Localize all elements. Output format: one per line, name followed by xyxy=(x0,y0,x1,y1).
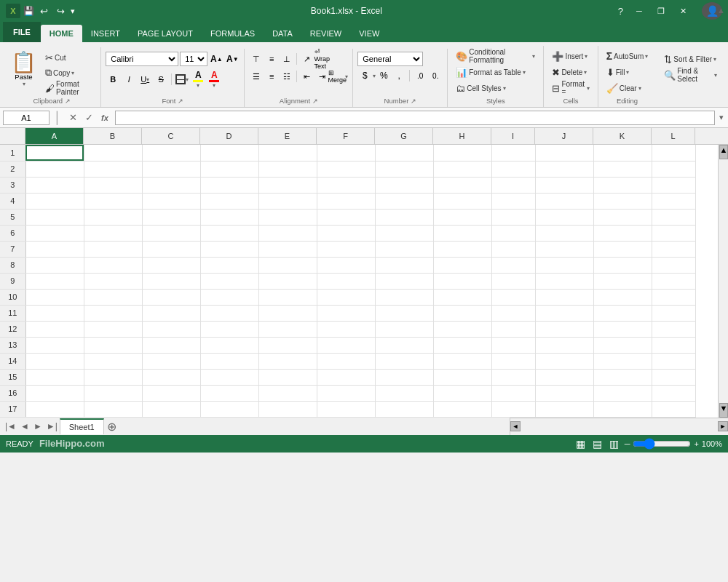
cell-L12[interactable] xyxy=(652,321,695,337)
row-num-11[interactable]: 11 xyxy=(0,305,25,321)
normal-view-button[interactable]: ▦ xyxy=(574,438,587,450)
tab-file[interactable]: FILE xyxy=(3,22,41,42)
cell-C1[interactable] xyxy=(142,145,200,161)
cell-C14[interactable] xyxy=(142,353,200,369)
cell-E9[interactable] xyxy=(258,273,317,289)
cell-styles-button[interactable]: 🗂 Cell Styles ▾ xyxy=(452,81,509,95)
cell-C15[interactable] xyxy=(142,369,200,385)
cell-B15[interactable] xyxy=(84,369,142,385)
row-num-1[interactable]: 1 xyxy=(0,145,25,161)
cell-L9[interactable] xyxy=(652,273,695,289)
cell-L5[interactable] xyxy=(652,209,695,225)
cut-button[interactable]: ✂ Cut xyxy=(41,50,96,65)
cell-K5[interactable] xyxy=(593,209,652,225)
row-num-14[interactable]: 14 xyxy=(0,353,25,369)
row-num-10[interactable]: 10 xyxy=(0,289,25,305)
cell-J14[interactable] xyxy=(535,353,593,369)
border-button[interactable]: ▾ xyxy=(175,72,189,87)
insert-arrow[interactable]: ▾ xyxy=(585,53,587,60)
cell-L1[interactable] xyxy=(652,145,695,161)
decrease-decimal-button[interactable]: 0. xyxy=(428,68,443,83)
name-box[interactable] xyxy=(3,111,50,125)
scroll-up-button[interactable]: ▲ xyxy=(719,145,728,159)
cell-L14[interactable] xyxy=(652,353,695,369)
cell-J13[interactable] xyxy=(535,337,593,353)
cell-F8[interactable] xyxy=(317,257,375,273)
scroll-right-button[interactable]: ► xyxy=(718,421,728,431)
cell-B13[interactable] xyxy=(84,337,142,353)
cell-F12[interactable] xyxy=(317,321,375,337)
cell-B2[interactable] xyxy=(84,161,142,177)
cell-G13[interactable] xyxy=(375,337,433,353)
clipboard-launcher[interactable]: ↗ xyxy=(65,97,71,105)
strikethrough-button[interactable]: S xyxy=(154,72,168,87)
row-num-2[interactable]: 2 xyxy=(0,161,25,177)
cell-E17[interactable] xyxy=(258,401,317,417)
align-bottom-button[interactable]: ⊥ xyxy=(280,52,294,66)
font-name-select[interactable]: Calibri Arial Times New Roman xyxy=(106,52,178,66)
ribbon-collapse-button[interactable]: ▲ xyxy=(717,6,725,15)
cell-F7[interactable] xyxy=(317,241,375,257)
cell-G16[interactable] xyxy=(375,385,433,401)
accounting-dropdown-arrow[interactable]: ▾ xyxy=(373,73,376,79)
cell-B12[interactable] xyxy=(84,321,142,337)
cell-H6[interactable] xyxy=(433,225,491,241)
zoom-slider[interactable] xyxy=(633,438,691,450)
cell-L3[interactable] xyxy=(652,177,695,193)
col-header-k[interactable]: K xyxy=(593,128,652,144)
cell-D2[interactable] xyxy=(200,161,258,177)
row-num-3[interactable]: 3 xyxy=(0,177,25,193)
cell-H8[interactable] xyxy=(433,257,491,273)
cell-D5[interactable] xyxy=(200,209,258,225)
cell-L6[interactable] xyxy=(652,225,695,241)
scroll-down-button[interactable]: ▼ xyxy=(719,403,728,418)
fill-button[interactable]: ⬇ Fill ▾ xyxy=(603,65,633,79)
cell-H3[interactable] xyxy=(433,177,491,193)
cell-B5[interactable] xyxy=(84,209,142,225)
autosum-button[interactable]: Σ AutoSum ▾ xyxy=(603,49,652,63)
cell-D6[interactable] xyxy=(200,225,258,241)
cell-J6[interactable] xyxy=(535,225,593,241)
cell-C12[interactable] xyxy=(142,321,200,337)
cell-I7[interactable] xyxy=(491,241,535,257)
help-button[interactable]: ? xyxy=(618,6,623,17)
format-arrow[interactable]: ▾ xyxy=(587,85,590,92)
cell-I14[interactable] xyxy=(491,353,535,369)
cell-F9[interactable] xyxy=(317,273,375,289)
cell-C9[interactable] xyxy=(142,273,200,289)
row-num-6[interactable]: 6 xyxy=(0,225,25,241)
tab-review[interactable]: REVIEW xyxy=(301,25,350,42)
scroll-left-button[interactable]: ◄ xyxy=(510,421,521,431)
cell-G2[interactable] xyxy=(375,161,433,177)
sheet-nav-prev[interactable]: ◄ xyxy=(18,421,31,431)
minimize-button[interactable]: ─ xyxy=(629,4,649,18)
cell-A1[interactable] xyxy=(25,145,84,161)
insert-button[interactable]: ➕ Insert ▾ xyxy=(548,49,591,63)
cell-H11[interactable] xyxy=(433,305,491,321)
cell-K6[interactable] xyxy=(593,225,652,241)
cell-K3[interactable] xyxy=(593,177,652,193)
sort-filter-button[interactable]: ⇅ Sort & Filter ▾ xyxy=(660,52,720,66)
sheet-nav-next[interactable]: ► xyxy=(31,421,44,431)
cell-K11[interactable] xyxy=(593,305,652,321)
underline-button[interactable]: U ▾ xyxy=(138,72,152,87)
cell-C17[interactable] xyxy=(142,401,200,417)
copy-button[interactable]: ⧉ Copy ▾ xyxy=(41,65,96,80)
underline-dropdown-arrow[interactable]: ▾ xyxy=(146,76,149,83)
col-header-b[interactable]: B xyxy=(84,128,142,144)
cell-G6[interactable] xyxy=(375,225,433,241)
cell-F14[interactable] xyxy=(317,353,375,369)
cell-I15[interactable] xyxy=(491,369,535,385)
orientation-button[interactable]: ↗ xyxy=(299,52,314,66)
cell-G7[interactable] xyxy=(375,241,433,257)
merge-dropdown-arrow[interactable]: ▾ xyxy=(345,73,348,80)
cell-H12[interactable] xyxy=(433,321,491,337)
cell-C16[interactable] xyxy=(142,385,200,401)
zoom-level-label[interactable]: 100% xyxy=(702,439,722,448)
cell-C2[interactable] xyxy=(142,161,200,177)
cell-H5[interactable] xyxy=(433,209,491,225)
cell-D7[interactable] xyxy=(200,241,258,257)
cell-A3[interactable] xyxy=(25,177,84,193)
cell-C7[interactable] xyxy=(142,241,200,257)
cell-E3[interactable] xyxy=(258,177,317,193)
